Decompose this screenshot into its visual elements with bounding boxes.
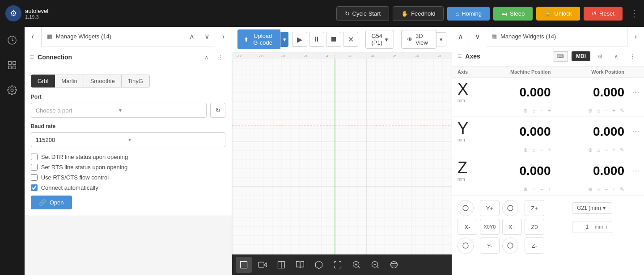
right-panel-next-button[interactable]: › [627, 27, 644, 46]
camera-view-button[interactable] [386, 257, 402, 273]
axis-z-work-position-icon[interactable]: ⊕ [588, 186, 593, 192]
sleep-button[interactable]: 🛏 Sleep [493, 7, 533, 21]
dtr-checkbox[interactable] [31, 154, 38, 160]
cycle-start-button[interactable]: ↻ Cycle Start [336, 6, 390, 21]
axis-x-more[interactable]: ⋮ [631, 89, 639, 96]
axis-x-edit-icon[interactable]: ✎ [620, 108, 624, 114]
axis-z-position-icon[interactable]: ⊕ [523, 186, 528, 192]
step-minus[interactable]: − [576, 224, 580, 230]
axis-y-minus-icon[interactable]: − [540, 147, 543, 153]
axis-y-position-icon[interactable]: ⊕ [523, 147, 528, 153]
axes-settings-button[interactable]: ⚙ [594, 50, 606, 62]
homing-button[interactable]: ⌂ Homing [447, 7, 490, 21]
view-dropdown-button[interactable]: ▾ [436, 32, 446, 46]
keyboard-icon-button[interactable]: ⌨ [553, 51, 568, 62]
view-side-button[interactable] [273, 257, 289, 273]
view-3d-button[interactable] [311, 257, 327, 273]
view-camera-button[interactable] [254, 257, 271, 273]
tab-grbl[interactable]: Grbl [31, 75, 55, 88]
right-panel-down-button[interactable]: ∨ [469, 27, 486, 46]
step-selector[interactable]: − 1 mm + [572, 221, 612, 233]
unit-selector[interactable]: G21 (mm) ▾ [572, 202, 612, 214]
axis-x-work-home-icon[interactable]: ⌂ [597, 108, 600, 114]
axis-x-minus-icon[interactable]: − [540, 108, 543, 114]
more-menu-button[interactable]: ⋮ [630, 8, 639, 19]
panel-next-button[interactable]: › [215, 27, 232, 46]
mdi-button[interactable]: MDI [572, 51, 590, 61]
unlock-button[interactable]: 🔓 Unlock [536, 7, 580, 21]
axis-x-plus-icon[interactable]: + [547, 108, 551, 114]
jog-circle-right[interactable] [502, 200, 518, 216]
auto-connect-label[interactable]: Connect automatically [41, 184, 98, 191]
jog-circle-bottom-right[interactable] [502, 238, 518, 254]
axis-x-position-icon[interactable]: ⊕ [523, 108, 528, 114]
view-2d-button[interactable] [236, 257, 252, 273]
axis-x-work-plus-icon[interactable]: + [612, 108, 615, 114]
axis-x-work-minus-icon[interactable]: − [605, 108, 608, 114]
dtr-label[interactable]: Set DTR line status upon opening [41, 154, 128, 160]
sidebar-item-grid[interactable] [4, 57, 20, 73]
upload-gcode-button[interactable]: ⬆ Upload G-code [237, 29, 280, 49]
jog-x0y0-button[interactable]: X0Y0 [480, 219, 500, 235]
axis-z-edit-icon[interactable]: ✎ [620, 186, 624, 192]
open-button[interactable]: 🔗 Open [31, 196, 72, 209]
sidebar-item-settings[interactable] [4, 82, 20, 98]
widget-menu-button[interactable]: ⋮ [214, 51, 226, 63]
tab-marlin[interactable]: Marlin [55, 75, 84, 88]
widget-collapse-button[interactable]: ∧ [200, 51, 213, 63]
axis-y-plus-icon[interactable]: + [547, 147, 551, 153]
jog-y-minus-button[interactable]: Y- [480, 238, 500, 254]
jog-z0-button[interactable]: Z0 [525, 219, 544, 235]
close-button[interactable]: ✕ [343, 32, 358, 47]
panel-collapse-button[interactable]: ∧ [184, 27, 199, 46]
axes-menu-button[interactable]: ⋮ [626, 50, 639, 62]
reset-button[interactable]: ↺ Reset [584, 7, 623, 21]
play-button[interactable]: ▶ [292, 32, 307, 47]
stop-button[interactable]: ⏹ [326, 32, 341, 47]
view-selector[interactable]: 👁 3D View [401, 30, 436, 49]
axis-x-work-position-icon[interactable]: ⊕ [588, 108, 593, 114]
axis-z-home-icon[interactable]: ⌂ [532, 186, 535, 192]
axis-z-work-home-icon[interactable]: ⌂ [597, 186, 600, 192]
view-frame-button[interactable] [292, 257, 308, 273]
axis-y-work-home-icon[interactable]: ⌂ [597, 147, 600, 153]
jog-circle-left[interactable] [458, 200, 474, 216]
baud-select[interactable]: 115200 ▾ [31, 132, 226, 147]
port-refresh-button[interactable]: ↻ [210, 103, 225, 118]
panel-expand-button[interactable]: ∨ [199, 27, 215, 46]
jog-x-plus-button[interactable]: X+ [502, 219, 522, 235]
axis-y-more[interactable]: ⋮ [631, 128, 639, 135]
auto-connect-checkbox[interactable] [31, 184, 38, 191]
tab-smoothie[interactable]: Smoothie [84, 75, 122, 88]
g54-selector[interactable]: G54 (P1) ▾ [365, 30, 394, 49]
fit-view-button[interactable] [330, 257, 346, 273]
upload-gcode-dropdown[interactable]: ▾ [280, 32, 289, 47]
jog-circle-bottom-left[interactable] [458, 238, 474, 254]
axis-z-plus-icon[interactable]: + [547, 186, 551, 192]
axis-y-work-plus-icon[interactable]: + [612, 147, 615, 153]
axis-y-work-minus-icon[interactable]: − [605, 147, 608, 153]
axis-z-work-plus-icon[interactable]: + [612, 186, 615, 192]
flow-label[interactable]: Use RTS/CTS flow control [41, 174, 109, 181]
axis-y-home-icon[interactable]: ⌂ [532, 147, 535, 153]
panel-prev-button[interactable]: ‹ [25, 27, 42, 46]
jog-z-minus-button[interactable]: Z- [525, 238, 544, 254]
jog-y-plus-button[interactable]: Y+ [480, 200, 500, 216]
rts-label[interactable]: Set RTS line status upon opening [41, 164, 127, 171]
pause-button[interactable]: ⏸ [309, 32, 324, 47]
tab-tinyg[interactable]: TinyG [122, 75, 150, 88]
sidebar-item-logo[interactable] [4, 32, 20, 48]
jog-x-minus-button[interactable]: X- [458, 219, 477, 235]
jog-z-plus-button[interactable]: Z+ [525, 200, 544, 216]
port-select[interactable]: Choose a port ▾ [31, 103, 207, 118]
axis-z-more[interactable]: ⋮ [631, 167, 639, 175]
axes-collapse-button[interactable]: ∧ [610, 50, 623, 62]
axis-y-work-position-icon[interactable]: ⊕ [588, 147, 593, 153]
axis-y-edit-icon[interactable]: ✎ [620, 147, 624, 153]
step-plus[interactable]: + [605, 224, 608, 230]
zoom-in-button[interactable] [348, 257, 364, 273]
axis-z-work-minus-icon[interactable]: − [605, 186, 608, 192]
axis-z-minus-icon[interactable]: − [540, 186, 543, 192]
axis-x-home-icon[interactable]: ⌂ [532, 108, 535, 114]
flow-checkbox[interactable] [31, 174, 38, 181]
